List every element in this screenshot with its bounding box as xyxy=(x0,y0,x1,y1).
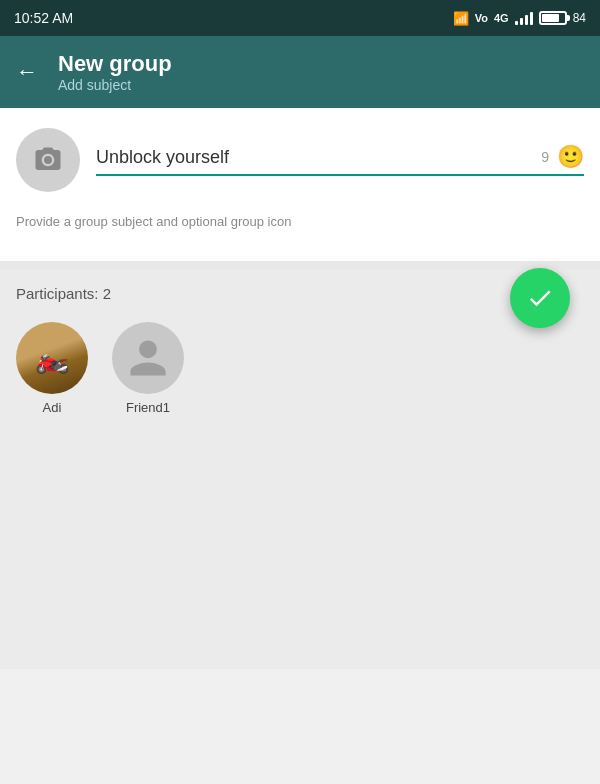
subject-input-wrapper: 9 🙂 xyxy=(96,144,584,176)
list-item: Adi xyxy=(16,322,88,415)
signal-bars xyxy=(515,11,533,25)
battery-icon xyxy=(539,11,567,25)
participant-name: Friend1 xyxy=(126,400,170,415)
list-item: Friend1 xyxy=(112,322,184,415)
camera-icon xyxy=(33,145,63,175)
page-title: New group xyxy=(58,51,172,77)
battery-level: 84 xyxy=(573,11,586,25)
status-time: 10:52 AM xyxy=(14,10,73,26)
participants-label: Participants: 2 xyxy=(16,285,584,302)
avatar xyxy=(112,322,184,394)
person-icon xyxy=(126,336,170,380)
helper-text: Provide a group subject and optional gro… xyxy=(16,204,584,245)
participants-section: Participants: 2 Adi Friend1 xyxy=(0,269,600,669)
main-content: 9 🙂 Provide a group subject and optional… xyxy=(0,108,600,261)
group-subject-input[interactable] xyxy=(96,147,541,168)
status-icons: 📶 Vo 4G 84 xyxy=(453,11,586,26)
avatar xyxy=(16,322,88,394)
4g-badge: 4G xyxy=(494,12,509,24)
group-subject-row: 9 🙂 xyxy=(16,128,584,204)
char-count: 9 xyxy=(541,149,549,165)
section-divider xyxy=(0,261,600,269)
status-bar: 10:52 AM 📶 Vo 4G 84 xyxy=(0,0,600,36)
checkmark-icon xyxy=(526,284,554,312)
participant-name: Adi xyxy=(43,400,62,415)
group-icon-button[interactable] xyxy=(16,128,80,192)
wifi-icon: 📶 xyxy=(453,11,469,26)
app-bar-title-block: New group Add subject xyxy=(58,51,172,93)
participants-grid: Adi Friend1 xyxy=(16,322,584,415)
confirm-fab[interactable] xyxy=(510,268,570,328)
back-button[interactable]: ← xyxy=(16,61,38,83)
app-bar: ← New group Add subject xyxy=(0,36,600,108)
page-subtitle: Add subject xyxy=(58,77,172,93)
signal-badge: Vo xyxy=(475,12,488,24)
emoji-button[interactable]: 🙂 xyxy=(557,144,584,170)
